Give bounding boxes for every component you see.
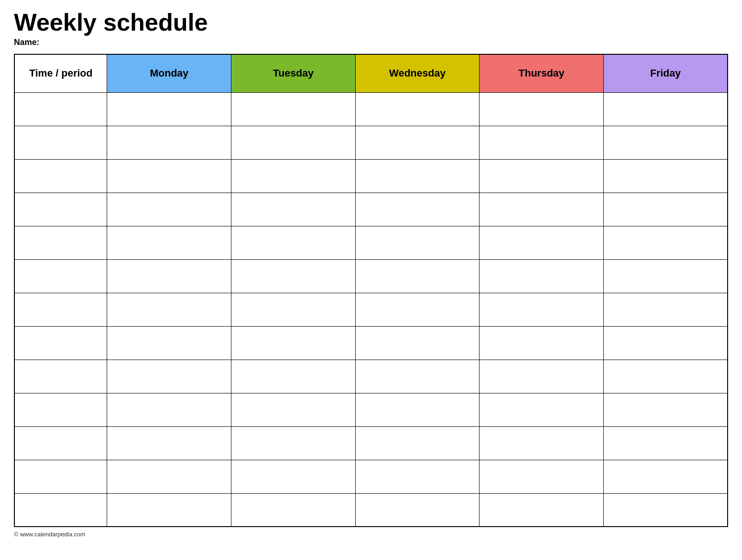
table-cell[interactable] <box>107 493 231 527</box>
col-header-friday: Friday <box>603 54 728 92</box>
table-cell[interactable] <box>603 293 728 326</box>
table-cell[interactable] <box>480 426 604 460</box>
table-cell[interactable] <box>480 92 604 126</box>
table-cell[interactable] <box>355 326 480 360</box>
footer-copyright: © www.calendarpedia.com <box>14 531 728 538</box>
table-cell[interactable] <box>14 360 107 393</box>
table-cell[interactable] <box>603 426 728 460</box>
table-cell[interactable] <box>480 393 604 426</box>
table-cell[interactable] <box>355 393 480 426</box>
table-cell[interactable] <box>14 426 107 460</box>
table-cell[interactable] <box>603 159 728 193</box>
table-cell[interactable] <box>107 326 231 360</box>
schedule-table: Time / period Monday Tuesday Wednesday T… <box>14 54 728 527</box>
table-cell[interactable] <box>355 193 480 226</box>
table-cell[interactable] <box>107 460 231 493</box>
table-cell[interactable] <box>355 493 480 527</box>
table-cell[interactable] <box>231 193 356 226</box>
table-cell[interactable] <box>603 493 728 527</box>
table-cell[interactable] <box>14 126 107 159</box>
table-cell[interactable] <box>231 426 356 460</box>
table-cell[interactable] <box>355 293 480 326</box>
table-cell[interactable] <box>14 460 107 493</box>
table-cell[interactable] <box>231 293 356 326</box>
table-row <box>14 493 728 527</box>
table-cell[interactable] <box>355 259 480 293</box>
table-cell[interactable] <box>231 259 356 293</box>
table-row <box>14 226 728 259</box>
table-cell[interactable] <box>603 92 728 126</box>
table-cell[interactable] <box>480 159 604 193</box>
table-cell[interactable] <box>107 159 231 193</box>
table-row <box>14 426 728 460</box>
table-cell[interactable] <box>14 326 107 360</box>
table-cell[interactable] <box>480 293 604 326</box>
table-cell[interactable] <box>107 92 231 126</box>
table-cell[interactable] <box>231 226 356 259</box>
table-cell[interactable] <box>107 226 231 259</box>
table-cell[interactable] <box>355 159 480 193</box>
page-title: Weekly schedule <box>14 9 728 36</box>
header-row: Time / period Monday Tuesday Wednesday T… <box>14 54 728 92</box>
table-cell[interactable] <box>480 126 604 159</box>
table-cell[interactable] <box>231 159 356 193</box>
table-cell[interactable] <box>107 293 231 326</box>
col-header-tuesday: Tuesday <box>231 54 356 92</box>
table-cell[interactable] <box>14 259 107 293</box>
table-cell[interactable] <box>231 393 356 426</box>
table-cell[interactable] <box>480 326 604 360</box>
table-cell[interactable] <box>355 126 480 159</box>
table-cell[interactable] <box>14 493 107 527</box>
table-cell[interactable] <box>14 92 107 126</box>
col-header-time: Time / period <box>14 54 107 92</box>
table-cell[interactable] <box>480 259 604 293</box>
table-cell[interactable] <box>355 426 480 460</box>
table-row <box>14 259 728 293</box>
name-label: Name: <box>14 38 728 47</box>
table-cell[interactable] <box>107 393 231 426</box>
table-cell[interactable] <box>603 460 728 493</box>
table-cell[interactable] <box>107 426 231 460</box>
table-row <box>14 393 728 426</box>
table-cell[interactable] <box>14 226 107 259</box>
col-header-wednesday: Wednesday <box>355 54 480 92</box>
table-cell[interactable] <box>480 193 604 226</box>
table-cell[interactable] <box>480 360 604 393</box>
table-row <box>14 159 728 193</box>
table-cell[interactable] <box>107 360 231 393</box>
table-row <box>14 126 728 159</box>
table-cell[interactable] <box>231 126 356 159</box>
table-cell[interactable] <box>603 259 728 293</box>
table-cell[interactable] <box>355 460 480 493</box>
table-cell[interactable] <box>231 326 356 360</box>
table-cell[interactable] <box>107 193 231 226</box>
table-cell[interactable] <box>480 493 604 527</box>
table-cell[interactable] <box>480 460 604 493</box>
table-cell[interactable] <box>107 126 231 159</box>
table-row <box>14 460 728 493</box>
table-cell[interactable] <box>231 460 356 493</box>
table-cell[interactable] <box>231 360 356 393</box>
table-row <box>14 193 728 226</box>
table-cell[interactable] <box>603 393 728 426</box>
table-cell[interactable] <box>14 293 107 326</box>
table-cell[interactable] <box>231 92 356 126</box>
col-header-monday: Monday <box>107 54 231 92</box>
table-cell[interactable] <box>231 493 356 527</box>
table-cell[interactable] <box>480 226 604 259</box>
table-cell[interactable] <box>14 159 107 193</box>
table-row <box>14 326 728 360</box>
table-cell[interactable] <box>107 259 231 293</box>
table-cell[interactable] <box>603 193 728 226</box>
table-cell[interactable] <box>355 226 480 259</box>
table-cell[interactable] <box>355 360 480 393</box>
table-cell[interactable] <box>14 193 107 226</box>
table-cell[interactable] <box>603 360 728 393</box>
table-cell[interactable] <box>603 326 728 360</box>
table-row <box>14 293 728 326</box>
table-cell[interactable] <box>603 126 728 159</box>
table-cell[interactable] <box>603 226 728 259</box>
table-cell[interactable] <box>355 92 480 126</box>
table-row <box>14 360 728 393</box>
table-cell[interactable] <box>14 393 107 426</box>
